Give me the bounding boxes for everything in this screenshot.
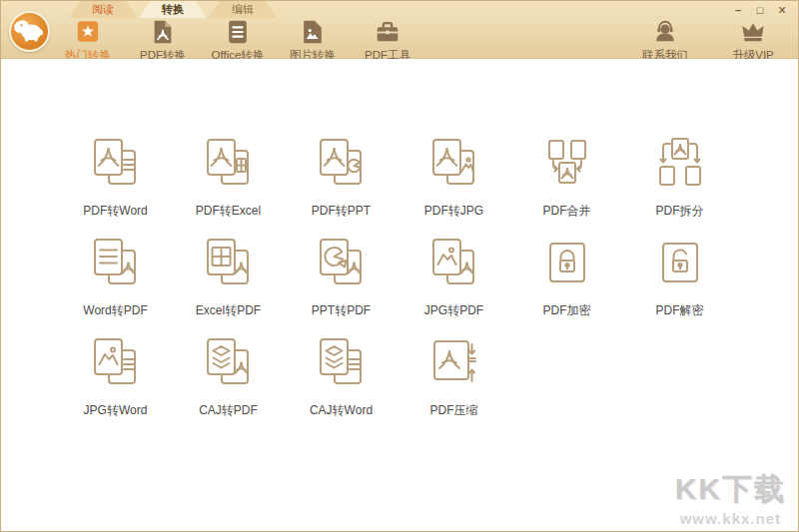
app-window: 阅读转换编辑 热门转换PDF转换Office转换图片转换PDF工具 联系我们升级…: [0, 0, 799, 532]
toolbox-icon: [375, 18, 400, 45]
grid-item-caj-to-word[interactable]: CAJ转Word: [285, 334, 398, 434]
jpg-to-pdf-icon: [426, 235, 482, 290]
grid-item-label: Word转PDF: [83, 302, 147, 319]
toolbar-item-hot-convert[interactable]: 热门转换: [57, 18, 119, 63]
grid-item-excel-to-pdf[interactable]: Excel转PDF: [172, 235, 285, 334]
grid-item-pdf-encrypt[interactable]: PDF加密: [510, 235, 623, 334]
pdf-compress-icon: [426, 334, 482, 390]
grid-item-label: PDF转JPG: [424, 203, 483, 220]
headset-person-icon: [652, 18, 678, 45]
conversion-grid: PDF转WordPDF转ExcelPDF转PPTPDF转JPGPDF合并PDF拆…: [59, 135, 736, 434]
watermark-url: www.kkx.net: [675, 510, 786, 527]
grid-item-pdf-split[interactable]: PDF拆分: [623, 135, 736, 235]
grid-item-label: PDF拆分: [656, 203, 704, 220]
app-logo: [9, 11, 50, 52]
grid-item-label: JPG转Word: [84, 402, 148, 419]
caj-to-word-icon: [314, 334, 370, 390]
pdf-merge-icon: [539, 135, 595, 191]
window-controls: –□✕: [730, 3, 790, 17]
grid-item-label: PPT转PDF: [312, 302, 371, 319]
toolbar-item-image-convert[interactable]: 图片转换: [282, 18, 344, 63]
ppt-to-pdf-icon: [314, 235, 370, 290]
grid-item-label: CAJ转PDF: [199, 402, 258, 419]
grid-item-pdf-to-excel[interactable]: PDF转Excel: [172, 135, 285, 235]
toolbar-right: 联系我们升级VIP: [634, 18, 784, 63]
grid-item-label: PDF压缩: [430, 402, 478, 419]
minimize-button[interactable]: –: [730, 3, 746, 17]
toolbar-item-contact-us[interactable]: 联系我们: [634, 18, 696, 63]
grid-item-label: CAJ转Word: [310, 402, 373, 419]
crown-icon: [740, 18, 766, 45]
grid-item-label: PDF转Word: [83, 203, 147, 220]
grid-item-caj-to-pdf[interactable]: CAJ转PDF: [172, 334, 285, 434]
close-button[interactable]: ✕: [774, 3, 790, 17]
pdf-decrypt-icon: [652, 235, 708, 290]
grid-item-jpg-to-word[interactable]: JPG转Word: [59, 334, 172, 434]
pdf-to-ppt-icon: [314, 135, 370, 191]
pdf-to-jpg-icon: [426, 135, 482, 191]
image-document-icon: [300, 18, 326, 45]
pdf-split-icon: [652, 135, 708, 191]
pdf-to-word-icon: [88, 135, 144, 191]
tab-bar: 阅读转换编辑: [69, 1, 277, 18]
grid-item-pdf-decrypt[interactable]: PDF解密: [623, 235, 736, 334]
grid-item-pdf-compress[interactable]: PDF压缩: [398, 334, 510, 434]
jpg-to-word-icon: [88, 334, 144, 390]
word-to-pdf-icon: [88, 235, 144, 290]
toolbar-item-pdf-convert[interactable]: PDF转换: [132, 18, 194, 63]
caj-to-pdf-icon: [201, 334, 257, 390]
grid-item-label: PDF解密: [656, 302, 704, 319]
pdf-encrypt-icon: [539, 235, 595, 290]
toolbar-item-upgrade-vip[interactable]: 升级VIP: [722, 18, 784, 63]
toolbar-item-pdf-tools[interactable]: PDF工具: [357, 18, 418, 63]
grid-item-ppt-to-pdf[interactable]: PPT转PDF: [285, 235, 398, 334]
grid-item-label: PDF合并: [543, 203, 591, 220]
pdf-document-icon: [150, 18, 176, 45]
tab-convert[interactable]: 转换: [139, 1, 207, 18]
main-panel: PDF转WordPDF转ExcelPDF转PPTPDF转JPGPDF合并PDF拆…: [1, 59, 798, 531]
grid-item-label: JPG转PDF: [424, 302, 483, 319]
maximize-button[interactable]: □: [752, 3, 768, 17]
tab-read[interactable]: 阅读: [69, 1, 137, 18]
grid-item-label: PDF转Excel: [196, 203, 261, 220]
app-header: 阅读转换编辑 热门转换PDF转换Office转换图片转换PDF工具 联系我们升级…: [1, 1, 798, 59]
grid-item-word-to-pdf[interactable]: Word转PDF: [59, 235, 172, 334]
watermark-title: KK下载: [675, 469, 786, 510]
office-document-icon: [225, 18, 251, 45]
pdf-to-excel-icon: [201, 135, 257, 191]
grid-item-label: PDF转PPT: [312, 203, 371, 220]
grid-item-pdf-to-jpg[interactable]: PDF转JPG: [398, 135, 510, 235]
tab-edit[interactable]: 编辑: [209, 1, 277, 18]
grid-item-label: Excel转PDF: [196, 302, 261, 319]
grid-item-label: PDF加密: [543, 302, 591, 319]
excel-to-pdf-icon: [201, 235, 257, 290]
grid-item-pdf-to-ppt[interactable]: PDF转PPT: [285, 135, 398, 235]
grid-item-pdf-merge[interactable]: PDF合并: [510, 135, 623, 235]
hot-star-icon: [75, 18, 101, 45]
elephant-mascot-icon: [11, 11, 48, 52]
toolbar-item-office-convert[interactable]: Office转换: [207, 18, 269, 63]
watermark: KK下载 www.kkx.net: [675, 469, 786, 527]
grid-item-jpg-to-pdf[interactable]: JPG转PDF: [398, 235, 510, 334]
grid-item-pdf-to-word[interactable]: PDF转Word: [59, 135, 172, 235]
toolbar: 热门转换PDF转换Office转换图片转换PDF工具: [57, 18, 418, 63]
